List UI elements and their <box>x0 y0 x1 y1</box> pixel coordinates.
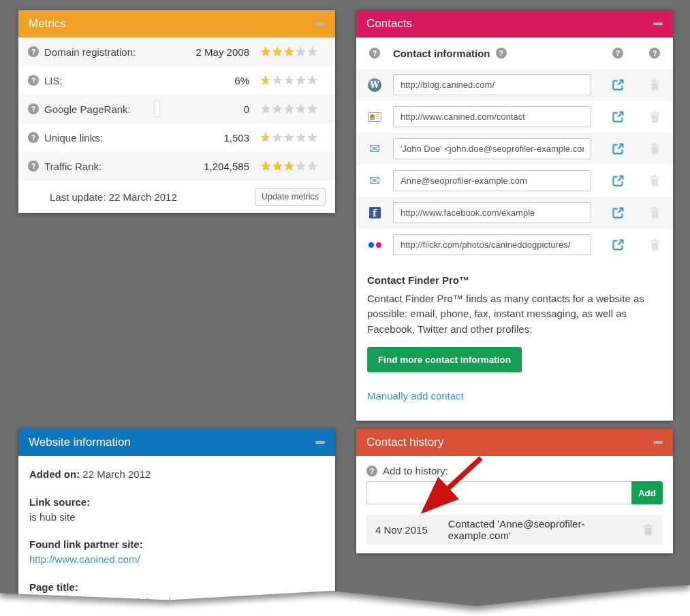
history-panel-title: Contact history <box>366 436 443 449</box>
metrics-panel-title: Metrics <box>29 17 66 31</box>
contact-finder-section: Contact Finder Pro™ Contact Finder Pro™ … <box>356 261 673 421</box>
help-icon[interactable] <box>366 466 377 476</box>
external-link-icon[interactable] <box>612 238 625 251</box>
history-panel-header: Contact history <box>356 429 673 456</box>
contact-email-input[interactable] <box>393 170 591 191</box>
help-icon[interactable] <box>369 48 380 59</box>
metric-value: 0 <box>184 103 249 115</box>
trash-icon[interactable] <box>642 523 654 536</box>
metric-value: 6% <box>184 75 249 86</box>
page-title-value: canined.com a dog site | dog pictures, d… <box>29 595 324 610</box>
external-link-icon[interactable] <box>612 206 625 219</box>
external-link-icon[interactable] <box>612 78 625 91</box>
link-source-label: Link source: <box>29 495 324 510</box>
external-link-icon[interactable] <box>612 110 625 123</box>
history-input[interactable] <box>366 481 631 504</box>
manually-add-contact-link[interactable]: Manually add contact <box>367 389 464 404</box>
contact-url-input[interactable] <box>393 74 591 95</box>
page-shadow: Metrics Domain registration: 2 May 2008 … <box>0 0 690 616</box>
metric-label: LIS: <box>44 75 63 86</box>
contacts-panel-header: Contacts <box>356 10 673 37</box>
history-entry-text: Contacted 'Anne@seoprofiler-example.com' <box>448 518 642 541</box>
help-icon[interactable] <box>496 48 507 59</box>
trash-icon[interactable] <box>649 142 661 155</box>
facebook-icon: f <box>369 207 381 218</box>
metrics-panel-header: Metrics <box>18 10 335 37</box>
wordpress-icon: W <box>368 78 381 92</box>
contact-row <box>356 229 673 261</box>
metric-label: Domain registration: <box>44 46 136 58</box>
contact-row <box>356 101 673 133</box>
collapse-icon[interactable] <box>653 22 663 25</box>
metric-label: Traffic Rank: <box>44 161 101 172</box>
star-base-icon: ★★★★★ <box>260 74 319 87</box>
added-on-label: Added on: <box>29 468 80 480</box>
collapse-icon[interactable] <box>315 441 325 444</box>
contact-email-input[interactable] <box>393 138 591 159</box>
trash-icon[interactable] <box>649 238 661 251</box>
email-icon: ✉ <box>369 142 380 155</box>
contact-row: f <box>356 197 673 229</box>
added-on-row: Added on: 22 March 2012 <box>29 467 324 482</box>
link-source-value: is hub site <box>29 510 324 525</box>
star-base-icon: ★★★★★ <box>260 102 319 116</box>
help-icon[interactable] <box>28 46 39 57</box>
trash-icon[interactable] <box>649 78 661 91</box>
metric-row-traffic-rank: Traffic Rank: 1,204,585 ★★★★★ ★★★★★ <box>18 152 335 180</box>
metric-row-unique-links: Unique links: 1,503 ★★★★★ ★★★★★ <box>18 123 335 152</box>
website-panel-title: Website information <box>29 436 131 449</box>
website-panel-header: Website information <box>18 429 335 456</box>
metric-value: 2 May 2008 <box>184 46 249 58</box>
star-rating: ★★★★★ ★★★★★ <box>260 74 326 86</box>
email-icon: ✉ <box>369 174 380 187</box>
contact-row: ✉ <box>356 165 673 197</box>
partner-site-row: Found link partner site: http://www.cani… <box>29 537 324 567</box>
find-more-contacts-button[interactable]: Find more contact information <box>367 347 522 372</box>
external-link-icon[interactable] <box>612 142 625 155</box>
history-entry-row: 4 Nov 2015 Contacted 'Anne@seoprofiler-e… <box>366 515 663 545</box>
metric-value: 1,503 <box>184 132 249 144</box>
star-fill-icon: ★★★★★ <box>260 46 293 58</box>
contact-row: W <box>356 69 673 101</box>
history-entry-date: 4 Nov 2015 <box>375 524 428 536</box>
add-button[interactable]: Add <box>631 481 663 504</box>
contact-card-icon <box>368 112 381 122</box>
metric-row-domain-registration: Domain registration: 2 May 2008 ★★★★★ ★★… <box>18 37 335 66</box>
metric-row-google-pagerank: Google PageRank: 0 ★★★★★ ★★★★★ <box>18 95 335 123</box>
page-title-row: Page title: canined.com a dog site | dog… <box>29 580 324 610</box>
add-to-history-row: Add to history: <box>366 465 663 476</box>
contact-url-input[interactable] <box>393 202 591 223</box>
trash-icon[interactable] <box>649 206 661 219</box>
contact-finder-description: Contact Finder Pro™ finds as many contac… <box>367 291 662 338</box>
external-link-icon[interactable] <box>612 174 625 187</box>
link-source-row: Link source: is hub site <box>29 495 324 525</box>
help-icon[interactable] <box>28 132 39 143</box>
contact-url-input[interactable] <box>393 234 591 255</box>
star-fill-icon: ★★★★★ <box>260 160 293 172</box>
trash-icon[interactable] <box>649 174 661 187</box>
help-icon[interactable] <box>612 48 623 59</box>
trash-icon[interactable] <box>649 110 661 123</box>
help-icon[interactable] <box>28 75 39 86</box>
collapse-icon[interactable] <box>653 441 663 444</box>
star-fill-icon: ★★★★★ <box>260 131 267 144</box>
help-icon[interactable] <box>649 48 660 59</box>
contact-history-panel: Contact history Add to history: Add 4 No… <box>356 429 673 553</box>
collapse-icon[interactable] <box>315 22 325 25</box>
contact-url-input[interactable] <box>393 106 591 127</box>
screenshot-background: Metrics Domain registration: 2 May 2008 … <box>0 0 690 616</box>
page-title-label: Page title: <box>29 580 324 595</box>
website-information-panel: Website information Added on: 22 March 2… <box>18 429 335 616</box>
contact-row: ✉ <box>356 133 673 165</box>
metric-label: Google PageRank: <box>44 103 131 115</box>
update-metrics-button[interactable]: Update metrics <box>255 188 326 206</box>
star-rating: ★★★★★ ★★★★★ <box>260 46 326 58</box>
contacts-panel: Contacts Contact information W <box>356 10 673 421</box>
spacer <box>131 101 184 117</box>
help-icon[interactable] <box>28 103 39 114</box>
help-icon[interactable] <box>28 161 39 172</box>
added-on-value: 22 March 2012 <box>82 468 151 480</box>
pagerank-meter <box>154 101 160 117</box>
partner-site-link[interactable]: http://www.canined.com/ <box>29 553 140 565</box>
contacts-table-header: Contact information <box>356 37 673 69</box>
